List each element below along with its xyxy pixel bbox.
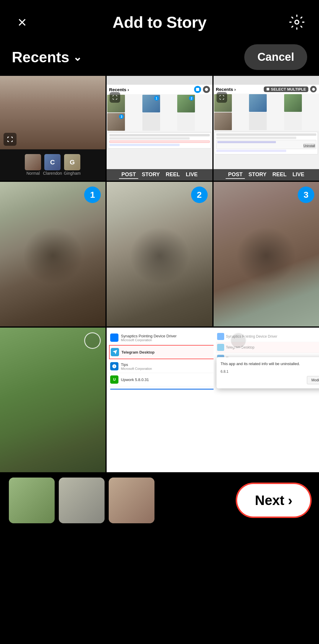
close-button[interactable]: × (12, 12, 32, 32)
selected-thumbnails (9, 478, 154, 523)
selection-circle-5 (230, 332, 247, 349)
screenshot-cell-2[interactable]: Recents › SELECT MULTIPLE (214, 76, 319, 181)
svg-rect-1 (196, 88, 199, 91)
dog-photo-2[interactable]: 2 (107, 182, 212, 326)
thumbnail-2[interactable] (59, 478, 105, 523)
selection-badge-3: 3 (298, 187, 314, 203)
thumbnail-3[interactable] (109, 478, 154, 523)
filter-items: Normal C Clarendon G Gingham (25, 154, 80, 176)
selection-badge-2: 2 (191, 187, 208, 203)
photo-grid-row2: 1 2 3 (0, 182, 319, 326)
chevron-down-icon: ⌄ (73, 51, 82, 63)
expand-icon[interactable] (4, 133, 17, 146)
filter-clarendon[interactable]: C Clarendon (43, 154, 62, 176)
thumbnail-1[interactable] (9, 478, 55, 523)
settings-button[interactable] (287, 12, 307, 32)
svg-rect-3 (267, 88, 269, 91)
photo-grid-row3: Synaptics Pointing Device Driver Microso… (0, 328, 319, 472)
svg-point-4 (312, 88, 315, 91)
filter-normal[interactable]: Normal (25, 154, 41, 176)
photo-grid-row1: Normal C Clarendon G Gingham Recents › (0, 76, 319, 181)
svg-point-2 (205, 88, 208, 91)
recents-bar: Recents ⌄ Cancel (0, 38, 319, 76)
screenshot-cell-1[interactable]: Recents › 1 2 (107, 76, 212, 181)
header: × Add to Story (0, 0, 319, 38)
dog-photo-3[interactable]: 3 (214, 182, 319, 326)
post-bar-2: POST STORY REEL LIVE (214, 169, 319, 181)
filter-gingham[interactable]: G Gingham (64, 154, 81, 176)
screenshot-list-dialog-cell[interactable]: Synaptics Pointing Device Driver 46.4 MB… (214, 328, 319, 472)
recents-dropdown[interactable]: Recents ⌄ (12, 49, 82, 66)
page-title: Add to Story (113, 13, 206, 31)
editor-cell[interactable]: Normal C Clarendon G Gingham (0, 76, 105, 181)
selection-badge-1: 1 (84, 187, 101, 203)
svg-point-0 (295, 20, 299, 24)
dog-photo-4[interactable] (0, 328, 105, 472)
next-button[interactable]: Next › (237, 484, 310, 516)
next-chevron-icon: › (288, 492, 292, 508)
cancel-button[interactable]: Cancel (244, 44, 307, 70)
dog-photo-1[interactable]: 1 (0, 182, 105, 326)
recents-label-text: Recents (12, 49, 69, 66)
post-bar: POST STORY REEL LIVE (107, 169, 212, 181)
selection-circle-4 (84, 332, 101, 349)
bottom-strip: Next › (0, 472, 319, 528)
next-label: Next (255, 492, 284, 508)
